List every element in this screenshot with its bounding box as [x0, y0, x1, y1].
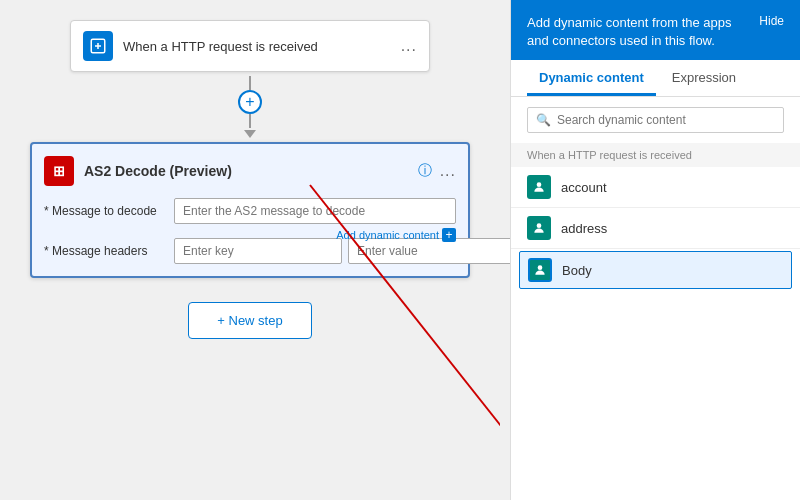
- dynamic-item-body[interactable]: Body: [519, 251, 792, 289]
- decode-more-options[interactable]: ...: [440, 162, 456, 180]
- trigger-more-options[interactable]: ...: [401, 37, 417, 55]
- svg-point-3: [537, 224, 542, 229]
- search-box: 🔍: [527, 107, 784, 133]
- message-decode-label: * Message to decode: [44, 204, 174, 218]
- new-step-wrap: + New step: [188, 302, 311, 339]
- new-step-button[interactable]: + New step: [188, 302, 311, 339]
- headers-key-input[interactable]: [174, 238, 342, 264]
- trigger-card: When a HTTP request is received ...: [70, 20, 430, 72]
- body-item-label: Body: [562, 263, 592, 278]
- step-connector: +: [238, 76, 262, 138]
- tab-dynamic-content[interactable]: Dynamic content: [527, 60, 656, 96]
- address-item-label: address: [561, 221, 607, 236]
- connector-arrow: [244, 130, 256, 138]
- message-headers-label: * Message headers: [44, 244, 174, 258]
- decode-card-icon: ⊞: [44, 156, 74, 186]
- decode-card-title: AS2 Decode (Preview): [84, 163, 418, 179]
- workflow-area: When a HTTP request is received ... + ⊞ …: [0, 0, 500, 500]
- section-label: When a HTTP request is received: [511, 143, 800, 167]
- add-dynamic-label: Add dynamic content: [336, 229, 439, 241]
- tab-expression[interactable]: Expression: [660, 60, 748, 96]
- body-icon: [533, 263, 547, 277]
- message-decode-row: * Message to decode Add dynamic content …: [44, 198, 456, 224]
- account-item-label: account: [561, 180, 607, 195]
- dynamic-item-account[interactable]: account: [511, 167, 800, 208]
- trigger-icon: [83, 31, 113, 61]
- decode-card-header: ⊞ AS2 Decode (Preview) ⓘ ...: [44, 156, 456, 186]
- message-decode-input[interactable]: [174, 198, 456, 224]
- panel-header: Add dynamic content from the apps and co…: [511, 0, 800, 60]
- panel-tabs: Dynamic content Expression: [511, 60, 800, 97]
- message-decode-input-wrap: Add dynamic content +: [174, 198, 456, 224]
- search-dynamic-input[interactable]: [557, 113, 775, 127]
- decode-card: ⊞ AS2 Decode (Preview) ⓘ ... * Message t…: [30, 142, 470, 278]
- address-icon: [532, 221, 546, 235]
- trigger-title: When a HTTP request is received: [123, 39, 401, 54]
- dynamic-item-address[interactable]: address: [511, 208, 800, 249]
- account-icon: [532, 180, 546, 194]
- connector-line-top: [249, 76, 251, 90]
- address-item-icon: [527, 216, 551, 240]
- panel-header-text: Add dynamic content from the apps and co…: [527, 14, 749, 50]
- add-dynamic-content-link[interactable]: Add dynamic content +: [336, 228, 456, 242]
- new-step-label: + New step: [217, 313, 282, 328]
- search-icon: 🔍: [536, 113, 551, 127]
- body-item-icon: [528, 258, 552, 282]
- hide-panel-link[interactable]: Hide: [759, 14, 784, 28]
- info-icon[interactable]: ⓘ: [418, 162, 432, 180]
- connector-line-bottom: [249, 114, 251, 128]
- http-icon: [89, 37, 107, 55]
- svg-point-2: [537, 183, 542, 188]
- dynamic-items-list: account address Body: [511, 167, 800, 500]
- add-dynamic-plus-icon: +: [442, 228, 456, 242]
- account-item-icon: [527, 175, 551, 199]
- dynamic-content-panel: Add dynamic content from the apps and co…: [510, 0, 800, 500]
- add-step-button[interactable]: +: [238, 90, 262, 114]
- decode-icon-symbol: ⊞: [53, 163, 65, 179]
- svg-point-4: [538, 266, 543, 271]
